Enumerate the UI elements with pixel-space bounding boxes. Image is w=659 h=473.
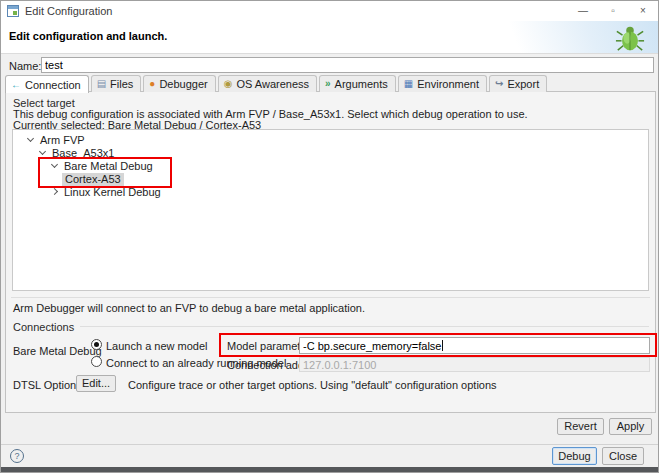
name-input[interactable] (41, 57, 654, 73)
tab-label: Environment (417, 78, 479, 90)
expand-chevron-icon[interactable] (51, 161, 58, 168)
tab-label: Files (110, 78, 133, 90)
dtsl-edit-button[interactable]: Edit... (76, 375, 116, 392)
window-title: Edit Configuration (25, 5, 112, 17)
close-button[interactable]: Close (602, 447, 644, 465)
arguments-icon: » (325, 79, 331, 89)
tab-debugger[interactable]: ● Debugger (143, 75, 215, 92)
tree-item-label[interactable]: Cortex-A53 (62, 173, 124, 186)
tab-export[interactable]: ↪ Export (489, 75, 547, 92)
export-icon: ↪ (495, 79, 503, 89)
bare-metal-debug-label: Bare Metal Debug (13, 345, 102, 357)
connection-tab-panel: Select target This debug configuration i… (5, 91, 656, 413)
radio-launch-new-model[interactable] (91, 339, 102, 350)
tree-item-bare-metal-debug[interactable]: Bare Metal Debug (13, 160, 648, 173)
tree-item-label[interactable]: Arm FVP (40, 134, 85, 147)
tab-bar: ← Connection ▤ Files ● Debugger ◉ OS Awa… (5, 75, 549, 92)
model-parameters-input[interactable] (299, 337, 650, 354)
folder-icon: ▤ (97, 79, 106, 89)
separator (80, 326, 649, 327)
connections-title: Connections (13, 321, 74, 333)
separator (11, 297, 650, 298)
window-bottom-edge (1, 467, 658, 472)
tree-item-linux-kernel-debug[interactable]: Linux Kernel Debug (13, 186, 648, 199)
target-tree: Arm FVP Base_A53x1 Bare Metal Debug Cort… (12, 129, 649, 291)
minimize-icon[interactable]: — (568, 1, 598, 21)
tab-files[interactable]: ▤ Files (91, 75, 142, 92)
dtsl-options-label: DTSL Options (13, 379, 82, 391)
tree-item-cortex-a53[interactable]: Cortex-A53 (13, 173, 648, 186)
radio-connect-running-model[interactable] (91, 356, 102, 367)
tree-item-label[interactable]: Base_A53x1 (52, 147, 114, 160)
expand-chevron-icon[interactable] (39, 148, 46, 155)
apply-button[interactable]: Apply (609, 418, 652, 435)
environment-icon: ▦ (404, 79, 413, 89)
name-label: Name: (9, 60, 41, 72)
debug-bug-icon (615, 23, 645, 53)
tab-os-awareness[interactable]: ◉ OS Awareness (218, 75, 317, 92)
tab-connection[interactable]: ← Connection (5, 75, 89, 93)
tab-environment[interactable]: ▦ Environment (398, 75, 487, 92)
tab-label: OS Awareness (236, 78, 309, 90)
tab-label: Debugger (159, 78, 207, 90)
tree-item-base-a53x1[interactable]: Base_A53x1 (13, 147, 648, 160)
text-caret (442, 340, 443, 351)
connection-arrow-icon: ← (11, 80, 21, 90)
tab-arguments[interactable]: » Arguments (319, 75, 396, 92)
os-awareness-icon: ◉ (224, 79, 233, 89)
tree-item-label[interactable]: Bare Metal Debug (64, 160, 153, 173)
collapse-chevron-icon[interactable] (51, 188, 58, 195)
radio-launch-label[interactable]: Launch a new model (106, 340, 208, 352)
edit-configuration-dialog: Edit Configuration — ▫ × Edit configurat… (0, 0, 659, 473)
tree-item-label[interactable]: Linux Kernel Debug (64, 186, 161, 199)
help-icon[interactable]: ? (10, 449, 24, 463)
maximize-icon[interactable]: ▫ (598, 1, 628, 21)
separator (1, 444, 658, 445)
dialog-header: Edit configuration and launch. (1, 21, 658, 54)
tab-label: Connection (25, 79, 81, 91)
tab-label: Export (507, 78, 539, 90)
bug-icon: ● (149, 79, 155, 89)
debug-button[interactable]: Debug (552, 447, 597, 465)
tree-item-arm-fvp[interactable]: Arm FVP (13, 134, 648, 147)
revert-button[interactable]: Revert (557, 418, 604, 435)
expand-chevron-icon[interactable] (27, 135, 34, 142)
app-icon (7, 5, 19, 17)
connection-address-field: 127.0.0.1:7100 (299, 357, 650, 372)
close-icon[interactable]: × (628, 1, 658, 21)
dtsl-description: Configure trace or other target options.… (128, 379, 497, 391)
tab-label: Arguments (335, 78, 388, 90)
page-title: Edit configuration and launch. (9, 30, 167, 42)
title-bar: Edit Configuration — ▫ × (1, 1, 658, 21)
connection-info-text: Arm Debugger will connect to an FVP to d… (13, 302, 365, 314)
